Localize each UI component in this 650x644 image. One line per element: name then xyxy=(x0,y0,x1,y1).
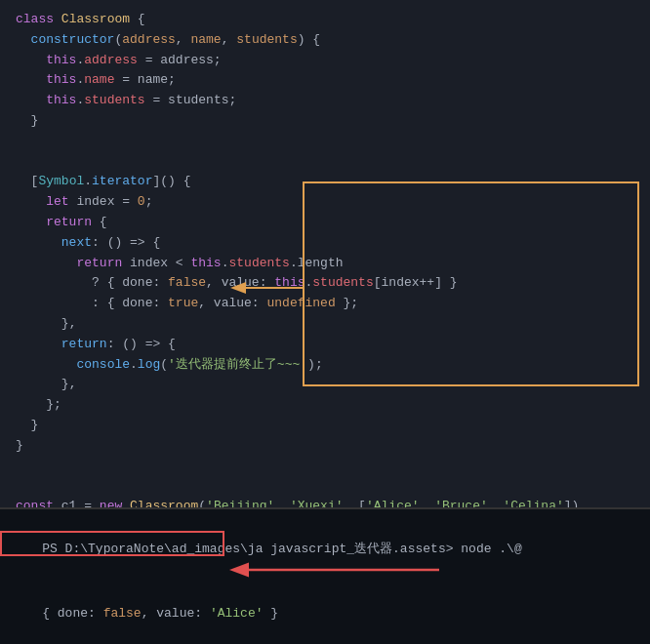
code-line-6: } xyxy=(16,111,634,132)
code-line-15: : { done: true, value: undefined }; xyxy=(16,294,634,314)
terminal-false-value: false xyxy=(103,606,142,621)
terminal-alice-value: 'Alice' xyxy=(210,606,264,621)
code-line-9: [Symbol.iterator]() { xyxy=(16,172,634,192)
code-line-20: }; xyxy=(16,395,634,416)
code-line-18: console.log('迭代器提前终止了~~~'); xyxy=(16,355,634,376)
terminal-brace-open: { done: xyxy=(42,606,102,621)
code-line-16: }, xyxy=(16,314,634,335)
code-line-1: class Classroom { xyxy=(16,10,634,30)
code-line-21: } xyxy=(16,416,634,436)
code-line-14: ? { done: false, value: this.students[in… xyxy=(16,273,634,294)
code-line-19: }, xyxy=(16,375,634,395)
code-line-3: this.address = address; xyxy=(16,51,634,71)
terminal-brace-close: } xyxy=(263,606,278,621)
code-line-12: next: () => { xyxy=(16,233,634,254)
code-line-23 xyxy=(16,457,634,477)
terminal-value-label: , value: xyxy=(142,606,210,621)
code-line-17: return: () => { xyxy=(16,335,634,355)
code-editor: class Classroom { constructor(address, n… xyxy=(0,0,650,507)
terminal-output-1: { done: false, value: 'Alice' } xyxy=(12,582,638,644)
terminal-prompt-line: PS D:\TyporaNote\ad_images\ja javascript… xyxy=(12,517,638,582)
code-line-4: this.name = name; xyxy=(16,70,634,91)
code-line-10: let index = 0; xyxy=(16,192,634,213)
code-line-13: return index < this.students.length xyxy=(16,254,634,274)
code-line-7 xyxy=(16,132,634,152)
code-line-2: constructor(address, name, students) { xyxy=(16,30,634,51)
code-line-11: return { xyxy=(16,213,634,233)
code-line-8 xyxy=(16,152,634,173)
terminal-path: PS D:\TyporaNote\ad_images\ja javascript… xyxy=(42,542,521,556)
terminal: PS D:\TyporaNote\ad_images\ja javascript… xyxy=(0,507,650,644)
code-line-5: this.students = students; xyxy=(16,91,634,111)
code-line-22: } xyxy=(16,436,634,457)
code-line-25: const c1 = new Classroom('Beijing', 'Xue… xyxy=(16,497,634,507)
code-line-24 xyxy=(16,476,634,497)
